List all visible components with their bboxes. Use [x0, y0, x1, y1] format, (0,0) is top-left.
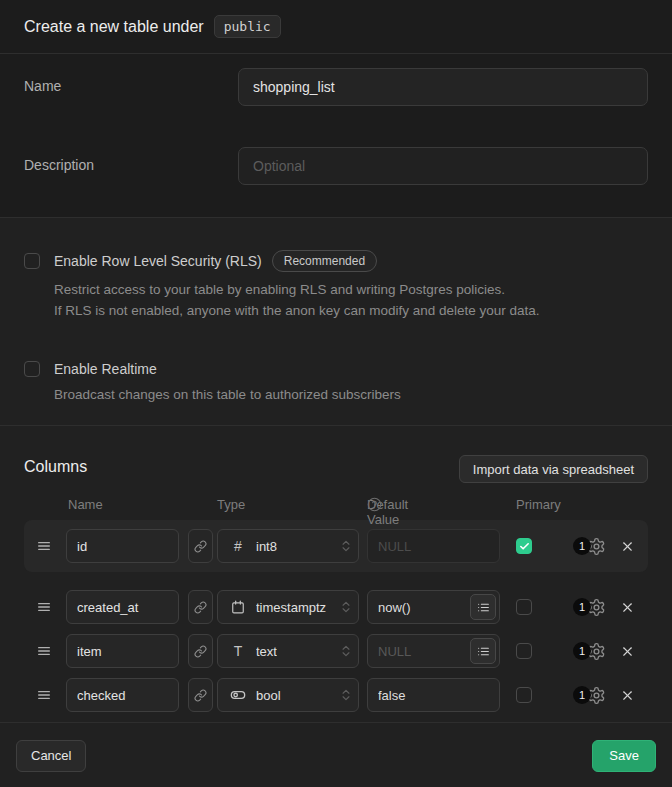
dialog-footer: Cancel Save [0, 722, 672, 787]
table-description-input[interactable] [238, 147, 648, 185]
schema-badge: public [214, 15, 281, 38]
drag-handle-icon[interactable] [36, 643, 52, 659]
chevron-up-down-icon [339, 539, 353, 553]
remove-column-icon[interactable] [617, 641, 637, 661]
primary-key-checkbox[interactable] [516, 538, 532, 554]
column-settings-button[interactable]: 1 [573, 598, 606, 617]
realtime-checkbox[interactable] [24, 361, 40, 377]
suggestions-list-icon[interactable] [470, 594, 496, 620]
settings-count-badge: 1 [573, 598, 591, 616]
options-section: Enable Row Level Security (RLS) Recommen… [0, 217, 672, 425]
default-value-cell [367, 634, 500, 668]
rls-block: Enable Row Level Security (RLS) Recommen… [24, 250, 648, 321]
column-type-select[interactable]: timestamptz [217, 590, 359, 624]
type-icon: # [230, 538, 246, 554]
drag-handle-icon[interactable] [36, 687, 52, 703]
foreign-key-link-icon[interactable] [188, 678, 213, 712]
remove-column-icon[interactable] [617, 685, 637, 705]
type-icon [230, 600, 246, 614]
name-label: Name [24, 68, 238, 94]
column-name-input[interactable] [66, 590, 179, 624]
column-settings-button[interactable]: 1 [573, 642, 606, 661]
cancel-button[interactable]: Cancel [16, 740, 86, 772]
rls-checkbox[interactable] [24, 253, 40, 269]
primary-key-checkbox[interactable] [516, 599, 532, 615]
type-label: timestamptz [256, 600, 326, 615]
realtime-label: Enable Realtime [54, 361, 157, 377]
column-row: timestamptz 1 [24, 590, 648, 624]
hash-icon: # [234, 538, 242, 554]
default-value-cell [367, 678, 500, 712]
save-button[interactable]: Save [592, 740, 656, 772]
columns-section: Columns Import data via spreadsheet Name… [0, 425, 672, 722]
type-icon [230, 687, 246, 703]
column-row: bool 1 [24, 678, 648, 712]
drag-handle-icon[interactable] [36, 599, 52, 615]
column-row: # int8 1 [24, 529, 648, 563]
check-icon [519, 541, 530, 552]
column-type-select[interactable]: bool [217, 678, 359, 712]
suggestions-list-icon[interactable] [470, 638, 496, 664]
dialog-header: Create a new table under public [0, 0, 672, 54]
settings-count-badge: 1 [573, 686, 591, 704]
primary-row-card: # int8 1 [24, 520, 648, 572]
type-icon: T [230, 643, 246, 659]
chevron-up-down-icon [339, 688, 353, 702]
calendar-icon [231, 600, 245, 614]
foreign-key-link-icon[interactable] [188, 590, 213, 624]
settings-count-badge: 1 [573, 642, 591, 660]
import-spreadsheet-button[interactable]: Import data via spreadsheet [459, 455, 648, 483]
foreign-key-link-icon[interactable] [188, 529, 213, 563]
default-value-cell [367, 590, 500, 624]
chevron-up-down-icon [339, 644, 353, 658]
recommended-badge: Recommended [272, 250, 377, 272]
default-value-input[interactable] [367, 678, 500, 712]
column-name-input[interactable] [66, 634, 179, 668]
column-type-select[interactable]: # int8 [217, 529, 359, 563]
rls-label: Enable Row Level Security (RLS) [54, 253, 262, 269]
column-type-select[interactable]: T text [217, 634, 359, 668]
rls-description: Restrict access to your table by enablin… [54, 279, 648, 321]
columns-header-row: Name Type Default Value Primary [24, 497, 648, 513]
toggle-icon [230, 687, 246, 703]
column-rows: # int8 1 [24, 520, 648, 712]
primary-key-checkbox[interactable] [516, 643, 532, 659]
column-settings-button[interactable]: 1 [573, 537, 606, 556]
create-table-dialog: Create a new table under public Name Des… [0, 0, 672, 787]
type-label: int8 [256, 539, 277, 554]
default-value-cell [367, 529, 500, 563]
remove-column-icon[interactable] [617, 597, 637, 617]
description-label: Description [24, 147, 238, 173]
drag-handle-icon[interactable] [36, 538, 52, 554]
primary-key-checkbox[interactable] [516, 687, 532, 703]
realtime-block: Enable Realtime Broadcast changes on thi… [24, 361, 648, 405]
column-row: T text 1 [24, 634, 648, 668]
type-label: text [256, 644, 277, 659]
header-primary: Primary [516, 497, 561, 512]
realtime-description: Broadcast changes on this table to autho… [54, 384, 648, 405]
header-name: Name [68, 497, 103, 512]
letter-t-icon: T [234, 643, 243, 659]
column-name-input[interactable] [66, 529, 179, 563]
table-info-section: Name Description [0, 54, 672, 217]
settings-count-badge: 1 [573, 537, 591, 555]
chevron-up-down-icon [339, 600, 353, 614]
column-name-input[interactable] [66, 678, 179, 712]
dialog-title: Create a new table under [24, 18, 204, 36]
column-settings-button[interactable]: 1 [573, 686, 606, 705]
remove-column-icon[interactable] [617, 536, 637, 556]
header-type: Type [217, 497, 245, 512]
default-value-input[interactable] [367, 529, 500, 563]
help-circle-icon[interactable] [367, 497, 382, 512]
foreign-key-link-icon[interactable] [188, 634, 213, 668]
table-name-input[interactable] [238, 68, 648, 106]
type-label: bool [256, 688, 281, 703]
